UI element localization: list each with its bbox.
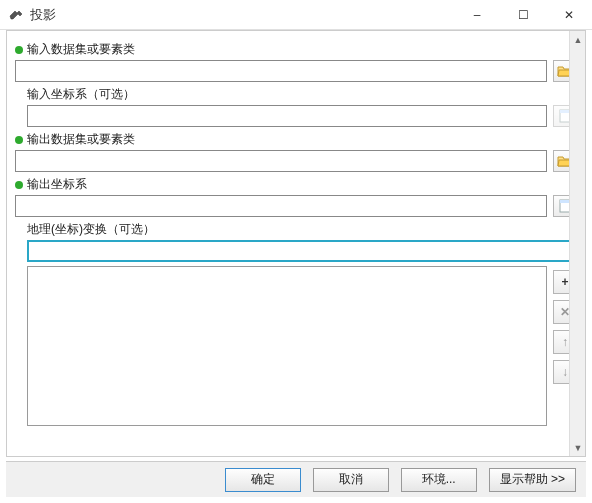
environment-button[interactable]: 环境... bbox=[401, 468, 477, 492]
content-panel: 输入数据集或要素类 输入坐标系（可选） 输出数据集或要素类 输出坐标系 bbox=[6, 30, 586, 457]
minimize-button[interactable]: – bbox=[454, 0, 500, 30]
scroll-down-icon[interactable]: ▼ bbox=[570, 439, 586, 456]
label-output-cs: 输出坐标系 bbox=[27, 176, 87, 193]
required-bullet bbox=[15, 46, 23, 54]
field-input-dataset: 输入数据集或要素类 bbox=[15, 41, 577, 82]
required-bullet bbox=[15, 181, 23, 189]
geo-transform-field[interactable] bbox=[27, 240, 577, 262]
show-help-button[interactable]: 显示帮助 >> bbox=[489, 468, 576, 492]
arrow-up-icon: ↑ bbox=[562, 335, 568, 349]
scroll-up-icon[interactable]: ▲ bbox=[570, 31, 586, 48]
required-bullet bbox=[15, 136, 23, 144]
ok-button[interactable]: 确定 bbox=[225, 468, 301, 492]
field-output-cs: 输出坐标系 bbox=[15, 176, 577, 217]
field-geo-transform: 地理(坐标)变换（可选） + ✕ ↑ ↓ bbox=[15, 221, 577, 426]
label-input-dataset: 输入数据集或要素类 bbox=[27, 41, 135, 58]
arrow-down-icon: ↓ bbox=[562, 365, 568, 379]
button-bar: 确定 取消 环境... 显示帮助 >> bbox=[6, 461, 586, 497]
output-dataset-field[interactable] bbox=[15, 150, 547, 172]
window-title: 投影 bbox=[30, 6, 454, 24]
input-cs-field[interactable] bbox=[27, 105, 547, 127]
label-geo-transform: 地理(坐标)变换（可选） bbox=[27, 221, 155, 238]
cancel-button[interactable]: 取消 bbox=[313, 468, 389, 492]
vertical-scrollbar[interactable]: ▲ ▼ bbox=[569, 31, 586, 456]
title-bar: 投影 – ☐ ✕ bbox=[0, 0, 592, 30]
field-input-cs: 输入坐标系（可选） bbox=[15, 86, 577, 127]
label-output-dataset: 输出数据集或要素类 bbox=[27, 131, 135, 148]
output-cs-field[interactable] bbox=[15, 195, 547, 217]
field-output-dataset: 输出数据集或要素类 bbox=[15, 131, 577, 172]
label-input-cs: 输入坐标系（可选） bbox=[27, 86, 135, 103]
input-dataset-field[interactable] bbox=[15, 60, 547, 82]
close-button[interactable]: ✕ bbox=[546, 0, 592, 30]
plus-icon: + bbox=[561, 275, 568, 289]
maximize-button[interactable]: ☐ bbox=[500, 0, 546, 30]
geo-transform-list[interactable] bbox=[27, 266, 547, 426]
hammer-icon bbox=[8, 7, 24, 23]
